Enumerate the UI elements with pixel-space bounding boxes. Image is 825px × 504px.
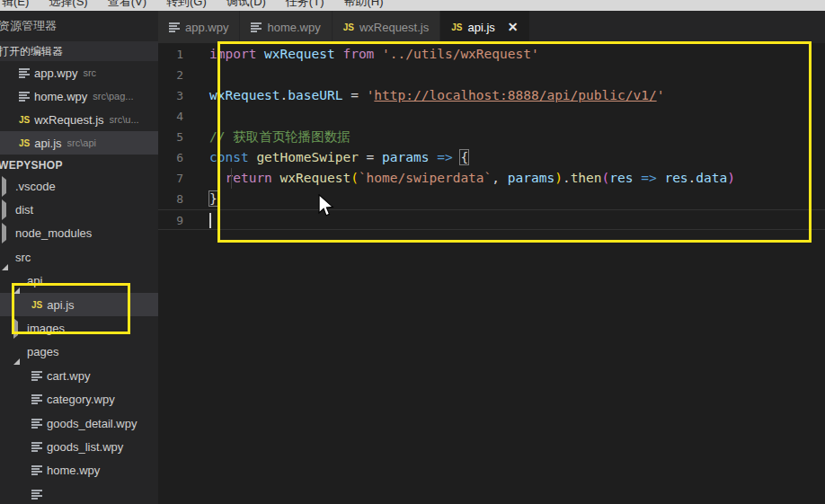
tree-item-label: .vscode xyxy=(15,180,56,193)
code-token: ) xyxy=(727,171,735,185)
explorer-title: 资源管理器 xyxy=(0,11,158,41)
menu-item[interactable]: 查看(V) xyxy=(108,0,146,8)
open-editor-name: wxRequest.js xyxy=(34,113,103,127)
open-editor-path: src xyxy=(83,67,96,78)
tree-folder-pages[interactable]: pages xyxy=(0,340,158,364)
code-area[interactable]: 1import wxRequest from '../utils/wxReque… xyxy=(158,43,825,230)
code-line-5[interactable]: 5// 获取首页轮播图数据 xyxy=(158,127,825,147)
tree-item-label: images xyxy=(27,322,65,335)
code-token xyxy=(209,171,225,185)
js-file-icon: JS xyxy=(343,22,354,32)
open-editor-name: home.wpy xyxy=(34,90,87,103)
tree-file-goods_detail.wpy[interactable]: goods_detail.wpy xyxy=(0,411,158,435)
code-token: '../utils/wxRequest' xyxy=(382,47,539,61)
open-editor-path: src\pag... xyxy=(93,91,133,102)
line-number: 4 xyxy=(158,106,205,127)
tab-wxRequest.js[interactable]: JSwxRequest.js xyxy=(333,11,441,43)
tree-file-goods_list.wpy[interactable]: goods_list.wpy xyxy=(0,435,158,458)
tree-item-label: pages xyxy=(27,345,58,358)
tree-file-api.js[interactable]: JSapi.js xyxy=(0,293,158,316)
tree-file-home.wpy[interactable]: home.wpy xyxy=(0,459,158,482)
menu-items[interactable]: 辑(E)选择(S)查看(V)转到(G)调试(D)任务(T)帮助(H) xyxy=(2,0,404,10)
code-line-2[interactable]: 2 xyxy=(158,65,825,85)
editor-tab-bar: app.wpyhome.wpyJSwxRequest.jsJSapi.js✕ xyxy=(158,11,825,43)
file-lines-icon xyxy=(31,490,42,500)
code-token: ( xyxy=(350,171,359,185)
line-number: 1 xyxy=(158,44,205,65)
tab-label: wxRequest.js xyxy=(359,21,429,34)
chevron-collapsed-icon xyxy=(2,226,11,240)
code-line-content: return wxRequest(`home/swiperdata`, para… xyxy=(205,168,825,189)
code-line-3[interactable]: 3wxRequest.baseURL = 'http://localhost:8… xyxy=(158,85,825,106)
code-token: import xyxy=(209,47,264,61)
open-editors-list: app.wpysrchome.wpysrc\pag...JSwxRequest.… xyxy=(0,61,158,155)
tab-api.js[interactable]: JSapi.js✕ xyxy=(440,11,529,43)
tree-item-label: node_modules xyxy=(15,226,92,240)
tree-item-label: goods_list.wpy xyxy=(47,440,123,454)
tab-app.wpy[interactable]: app.wpy xyxy=(158,11,240,43)
file-lines-icon xyxy=(251,22,262,32)
code-token: wxRequest xyxy=(264,47,342,61)
menu-item[interactable]: 辑(E) xyxy=(2,0,29,8)
tree-folder-src[interactable]: src xyxy=(0,245,158,269)
code-token: } xyxy=(208,190,218,207)
code-line-1[interactable]: 1import wxRequest from '../utils/wxReque… xyxy=(158,44,825,65)
js-file-icon: JS xyxy=(19,115,30,125)
code-token: wxRequest xyxy=(209,88,280,102)
code-token: http://localhost:8888/api/public/v1/ xyxy=(374,88,656,102)
tree-folder-.vscode[interactable]: .vscode xyxy=(0,174,158,198)
tree-folder-node_modules[interactable]: node_modules xyxy=(0,222,158,245)
menu-item[interactable]: 选择(S) xyxy=(49,0,87,8)
tree-file-cart.wpy[interactable]: cart.wpy xyxy=(0,364,158,387)
menu-bar[interactable]: 辑(E)选择(S)查看(V)转到(G)调试(D)任务(T)帮助(H) xyxy=(0,0,825,11)
code-line-6[interactable]: 6const getHomeSwiper = params => { xyxy=(158,147,825,168)
code-token: const xyxy=(209,150,256,164)
code-line-4[interactable]: 4 xyxy=(158,106,825,127)
chevron-collapsed-icon xyxy=(13,322,22,335)
tree-file-partial[interactable] xyxy=(0,482,158,504)
code-token: params xyxy=(382,150,429,164)
code-token: // 获取首页轮播图数据 xyxy=(209,129,350,144)
code-line-content xyxy=(205,65,825,85)
file-lines-icon xyxy=(19,68,30,78)
tree-folder-api[interactable]: api xyxy=(0,270,158,293)
file-lines-icon xyxy=(31,371,42,381)
menu-item[interactable]: 帮助(H) xyxy=(343,0,383,8)
chevron-expanded-icon xyxy=(2,251,11,264)
open-editor-item-app.wpy[interactable]: app.wpysrc xyxy=(0,61,158,84)
open-editors-header[interactable]: 打开的编辑器 xyxy=(0,41,158,61)
code-line-7[interactable]: 7 return wxRequest(`home/swiperdata`, pa… xyxy=(158,168,825,189)
code-line-content: import wxRequest from '../utils/wxReques… xyxy=(205,44,825,65)
file-lines-icon xyxy=(31,465,42,475)
open-editor-item-home.wpy[interactable]: home.wpysrc\pag... xyxy=(0,84,158,108)
tab-close-icon[interactable]: ✕ xyxy=(508,20,519,34)
code-token: . xyxy=(280,88,288,102)
file-tree: .vscodedistnode_modulessrcapiJSapi.jsima… xyxy=(0,174,158,504)
code-token: then xyxy=(571,171,602,185)
menu-item[interactable]: 调试(D) xyxy=(226,0,266,8)
code-token: return xyxy=(225,171,279,185)
code-line-8[interactable]: 8} xyxy=(158,189,825,209)
code-editor[interactable]: 1import wxRequest from '../utils/wxReque… xyxy=(158,43,825,504)
tree-folder-dist[interactable]: dist xyxy=(0,198,158,221)
code-token: => xyxy=(633,171,664,185)
tree-folder-images[interactable]: images xyxy=(0,316,158,340)
project-section-header[interactable]: WEPYSHOP xyxy=(0,156,158,174)
line-number: 7 xyxy=(158,168,205,189)
code-line-9[interactable]: 9 xyxy=(158,209,825,230)
code-token: ( xyxy=(602,171,610,185)
open-editor-path: src\u... xyxy=(110,114,139,125)
open-editor-name: api.js xyxy=(34,137,61,150)
open-editor-item-wxRequest.js[interactable]: JSwxRequest.jssrc\u... xyxy=(0,108,158,131)
code-token: params xyxy=(508,171,554,185)
open-editor-item-api.js[interactable]: JSapi.jssrc\api xyxy=(0,131,158,155)
line-number: 2 xyxy=(158,65,205,85)
file-lines-icon xyxy=(19,92,30,102)
tree-file-category.wpy[interactable]: category.wpy xyxy=(0,388,158,411)
line-number: 3 xyxy=(158,85,205,106)
menu-item[interactable]: 任务(T) xyxy=(286,0,324,8)
menu-item[interactable]: 转到(G) xyxy=(166,0,207,8)
tab-home.wpy[interactable]: home.wpy xyxy=(240,11,332,43)
code-token: = xyxy=(342,88,366,102)
code-token: baseURL xyxy=(288,88,342,102)
